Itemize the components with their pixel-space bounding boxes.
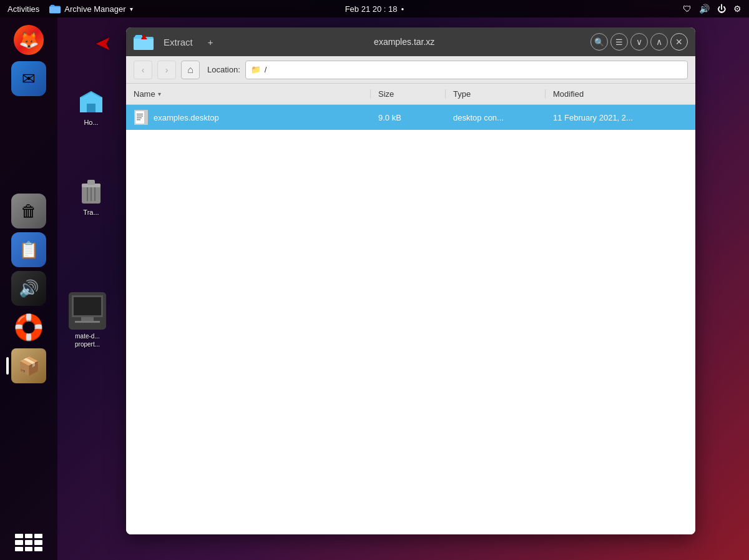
svg-rect-10 <box>81 317 94 321</box>
dock-thunderbird[interactable]: ✉ <box>11 61 46 96</box>
file-size-text: 9.0 kB <box>378 113 401 122</box>
grid-dot <box>25 534 33 538</box>
dock-sound[interactable]: 🔊 <box>11 271 46 306</box>
desktop-mate-icon[interactable]: mate-d...propert... <box>69 292 106 348</box>
navigation-bar: ‹ › ⌂ Location: 📁 / <box>126 56 695 84</box>
svg-rect-19 <box>137 119 140 120</box>
datetime-display: Feb 21 20 : 18 <box>345 4 398 14</box>
grid-dot <box>34 547 42 551</box>
archive-manager-window: Extract + examples.tar.xz 🔍 ☰ ∨ ∧ ✕ ‹ › … <box>126 27 695 534</box>
dock-help[interactable]: 🛟 <box>11 310 46 345</box>
clock-icon: ⏻ <box>717 4 726 14</box>
grid-dot <box>25 540 33 544</box>
column-header-type[interactable]: Type <box>446 89 546 99</box>
grid-dot <box>15 534 23 538</box>
shield-icon: 🛡 <box>683 4 692 14</box>
location-bar[interactable]: 📁 / <box>245 61 688 79</box>
dock: 🦊 ✉ 🗑 📋 🔊 🛟 📦 <box>0 17 57 560</box>
extract-label: Extract <box>164 37 193 47</box>
file-cell-modified: 11 February 2021, 2... <box>546 113 695 122</box>
back-button[interactable]: ‹ <box>134 61 152 79</box>
new-label: + <box>208 37 213 47</box>
location-folder-icon: 📁 <box>251 65 261 74</box>
maximize-button[interactable]: ∧ <box>650 33 668 51</box>
activities-button[interactable]: Activities <box>7 4 39 14</box>
app-folder-icon <box>49 3 61 14</box>
svg-rect-11 <box>75 321 100 323</box>
grid-dot <box>34 540 42 544</box>
file-row[interactable]: examples.desktop 9.0 kB desktop con... 1… <box>126 105 695 130</box>
archive-icon: 📦 <box>11 348 46 383</box>
thunderbird-icon: ✉ <box>22 69 36 89</box>
home-folder-svg <box>77 89 105 114</box>
svg-rect-16 <box>137 114 143 115</box>
svg-rect-9 <box>74 297 101 315</box>
trash-svg <box>79 177 104 205</box>
file-list-container: Name ▾ Size Type Modified <box>126 84 695 534</box>
app-name-label: Archive Manager <box>64 4 125 14</box>
dock-trash[interactable]: 🗑 <box>11 194 46 228</box>
location-label: Location: <box>207 65 240 74</box>
file-list-header: Name ▾ Size Type Modified <box>126 84 695 105</box>
app-name-menu[interactable]: Archive Manager ▾ <box>49 3 132 14</box>
help-icon: 🛟 <box>13 313 44 342</box>
trash-icon: 🗑 <box>21 202 37 221</box>
file-cell-size: 9.0 kB <box>371 113 446 122</box>
file-cell-type: desktop con... <box>446 113 546 122</box>
home-button[interactable]: ⌂ <box>181 61 200 79</box>
show-applications-button[interactable] <box>11 530 46 555</box>
title-bar: Extract + examples.tar.xz 🔍 ☰ ∨ ∧ ✕ <box>126 27 695 56</box>
file-name-text: examples.desktop <box>154 113 219 122</box>
top-bar-right: 🛡 🔊 ⏻ ⚙ <box>683 4 742 14</box>
location-path: / <box>265 65 267 74</box>
top-bar-center: Feb 21 20 : 18 ● <box>345 4 404 14</box>
forward-button[interactable]: › <box>157 61 176 79</box>
red-arrow-indicator: ➤ <box>95 32 112 56</box>
svg-rect-17 <box>137 115 143 117</box>
file-cell-name: examples.desktop <box>126 110 371 125</box>
mate-icon-label: mate-d...propert... <box>75 332 100 348</box>
grid-dot <box>15 547 23 551</box>
home-icon-label: Ho... <box>84 119 98 126</box>
desktop-trash-icon[interactable]: Tra... <box>76 176 106 216</box>
window-title: examples.tar.xz <box>223 37 585 47</box>
mate-svg <box>69 292 106 330</box>
column-header-modified[interactable]: Modified <box>546 89 695 99</box>
sound-icon: 🔊 <box>19 279 39 298</box>
window-app-icon <box>134 33 154 51</box>
trash-icon-label: Tra... <box>83 209 99 216</box>
sort-arrow-name: ▾ <box>158 91 161 97</box>
close-button[interactable]: ✕ <box>670 33 688 51</box>
app-menu-arrow: ▾ <box>130 6 133 12</box>
grid-dot <box>25 547 33 551</box>
svg-rect-18 <box>137 117 142 119</box>
settings-icon[interactable]: ⚙ <box>733 4 742 14</box>
notes-icon: 📋 <box>19 240 39 260</box>
column-header-name[interactable]: Name ▾ <box>126 89 371 99</box>
menu-button[interactable]: ☰ <box>610 33 628 51</box>
dock-notes[interactable]: 📋 <box>11 232 46 267</box>
svg-rect-3 <box>87 180 95 185</box>
grid-dot <box>34 534 42 538</box>
svg-rect-0 <box>87 104 95 112</box>
extract-button[interactable]: Extract <box>159 34 198 50</box>
dock-firefox[interactable]: 🦊 <box>11 22 46 57</box>
grid-dot <box>15 540 23 544</box>
desktop-home-icon[interactable]: Ho... <box>76 86 106 126</box>
new-archive-button[interactable]: + <box>203 34 218 50</box>
column-header-size[interactable]: Size <box>371 89 446 99</box>
minimize-button[interactable]: ∨ <box>630 33 648 51</box>
top-bar-left: Activities Archive Manager ▾ <box>7 3 133 14</box>
file-type-icon <box>134 110 149 125</box>
search-button[interactable]: 🔍 <box>590 33 608 51</box>
speaker-icon: 🔊 <box>699 4 710 14</box>
window-controls: 🔍 ☰ ∨ ∧ ✕ <box>590 33 688 51</box>
datetime-dot: ● <box>401 6 404 12</box>
firefox-icon: 🦊 <box>14 25 44 55</box>
top-bar: Activities Archive Manager ▾ Feb 21 20 :… <box>0 0 749 17</box>
file-type-text: desktop con... <box>453 113 504 122</box>
dock-archive-manager[interactable]: 📦 <box>11 348 46 383</box>
file-modified-text: 11 February 2021, 2... <box>553 113 633 122</box>
